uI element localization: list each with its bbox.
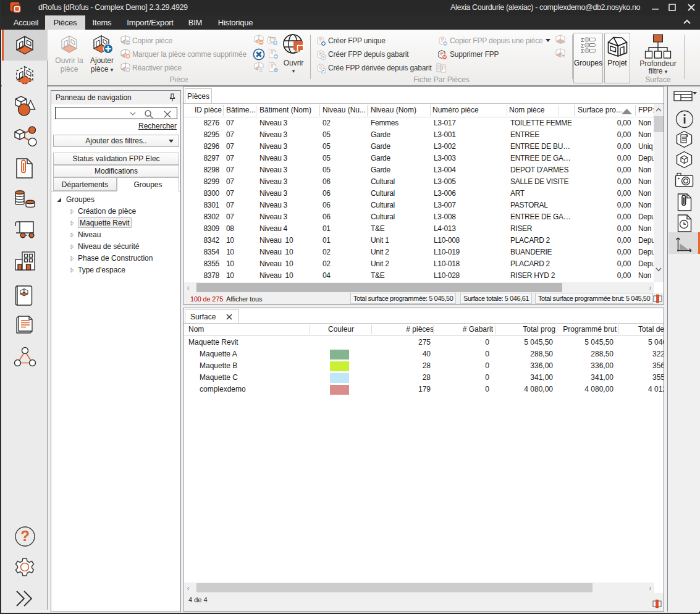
- svg-text:Σ: Σ: [581, 48, 584, 54]
- svg-text:?: ?: [20, 528, 30, 544]
